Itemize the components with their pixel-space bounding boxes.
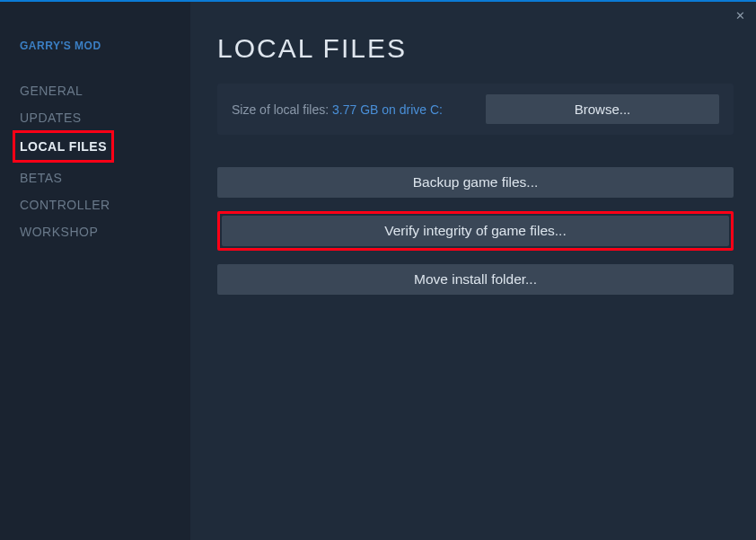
properties-window: ✕ GARRY'S MOD GENERAL UPDATES LOCAL FILE… <box>0 0 756 540</box>
move-folder-button[interactable]: Move install folder... <box>217 264 734 295</box>
size-label-container: Size of local files: 3.77 GB on drive C: <box>232 102 443 118</box>
verify-button-container: Verify integrity of game files... <box>217 211 734 251</box>
sidebar-item-general[interactable]: GENERAL <box>20 77 83 104</box>
backup-button[interactable]: Backup game files... <box>217 167 734 198</box>
close-icon[interactable]: ✕ <box>735 9 745 22</box>
sidebar: GARRY'S MOD GENERAL UPDATES LOCAL FILES … <box>0 2 190 540</box>
size-value: 3.77 GB on drive C: <box>332 102 443 117</box>
verify-integrity-button[interactable]: Verify integrity of game files... <box>222 216 729 246</box>
game-title: GARRY'S MOD <box>20 40 190 52</box>
browse-button[interactable]: Browse... <box>486 94 719 124</box>
main-panel: LOCAL FILES Size of local files: 3.77 GB… <box>190 2 756 540</box>
sidebar-item-controller[interactable]: CONTROLLER <box>20 191 110 218</box>
local-files-size-row: Size of local files: 3.77 GB on drive C:… <box>217 84 734 135</box>
sidebar-item-updates[interactable]: UPDATES <box>20 104 82 131</box>
size-label: Size of local files: <box>232 102 332 117</box>
sidebar-item-local-files[interactable]: LOCAL FILES <box>20 133 107 160</box>
page-title: LOCAL FILES <box>217 33 734 64</box>
sidebar-item-workshop[interactable]: WORKSHOP <box>20 218 98 245</box>
sidebar-item-betas[interactable]: BETAS <box>20 164 62 191</box>
